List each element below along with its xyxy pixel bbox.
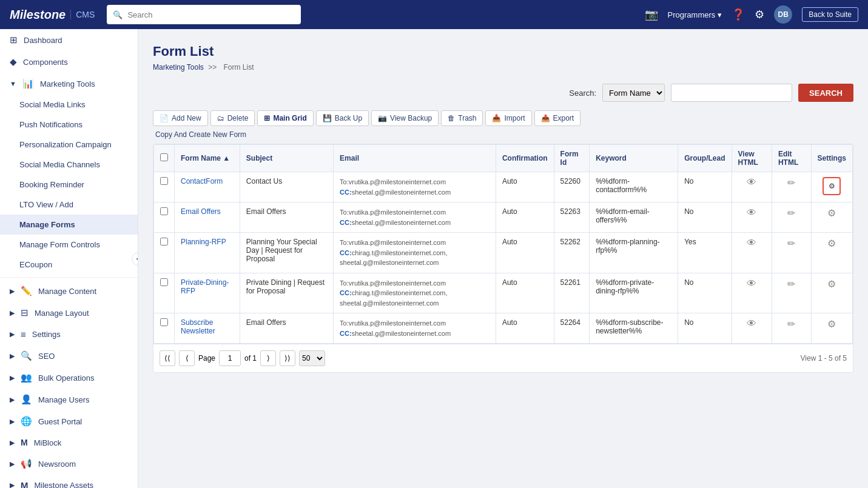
form-name-link[interactable]: Email Offers [181,207,221,216]
edit-html-cell: ✏ [772,233,811,273]
programmers-dropdown[interactable]: Programmers ▾ [668,10,722,19]
select-all-checkbox[interactable] [160,153,168,161]
prev-page-button[interactable]: ⟨ [179,350,195,366]
sidebar-item-manage-form-controls[interactable]: Manage Form Controls [0,235,138,255]
sidebar-item-components[interactable]: ◆ Components [0,51,138,73]
cms-label: CMS [70,10,95,19]
sidebar-item-social-media-channels[interactable]: Social Media Channels [0,155,138,175]
edit-html-button[interactable]: ✏ [787,207,795,219]
settings-button[interactable]: ⚙ [827,238,836,249]
sidebar-item-label: Dashboard [24,36,62,45]
sidebar-item-lto-view-add[interactable]: LTO View / Add [0,195,138,215]
sidebar-item-label: Manage Form Controls [19,240,100,249]
sidebar-item-seo[interactable]: ▶ 🔍 SEO [0,345,138,367]
sidebar-item-push-notifications[interactable]: Push Notifications [0,115,138,135]
edit-html-button[interactable]: ✏ [787,177,795,189]
settings-button[interactable]: ⚙ [827,207,836,219]
help-icon[interactable]: ❓ [732,8,745,21]
edit-html-button[interactable]: ✏ [787,238,795,249]
view-backup-icon: 📷 [378,114,387,122]
camera-icon[interactable]: 📷 [645,8,658,21]
trash-button[interactable]: 🗑 Trash [441,110,483,126]
sidebar-item-ecoupon[interactable]: ECoupon [0,255,138,275]
breadcrumb-home-link[interactable]: Marketing Tools [153,63,204,72]
form-name-link[interactable]: Subscribe Newsletter [181,318,215,335]
sidebar-item-manage-layout[interactable]: ▶ ⊟ Manage Layout [0,302,138,324]
settings-button[interactable]: ⚙ [827,318,836,330]
row-checkbox[interactable] [160,207,168,215]
expand-right-icon: ▶ [10,481,15,488]
table-row: Planning-RFP Planning Your Special Day |… [154,233,853,273]
page-number-input[interactable] [219,350,241,366]
sidebar-item-newsroom[interactable]: ▶ 📢 Newsroom [0,453,138,475]
view-html-button[interactable]: 👁 [747,177,756,188]
first-page-button[interactable]: ⟨⟨ [160,350,175,366]
row-checkbox[interactable] [160,278,168,286]
sidebar-item-milestone-assets[interactable]: ▶ M Milestone Assets [0,475,138,488]
settings-icon[interactable]: ⚙ [755,8,764,21]
expand-right-icon: ▶ [10,439,15,447]
settings-cell: ⚙ [811,273,852,313]
sidebar-item-bulk-operations[interactable]: ▶ 👥 Bulk Operations [0,367,138,389]
sidebar-item-dashboard[interactable]: ⊞ Dashboard [0,29,138,51]
delete-button[interactable]: 🗂 Delete [210,110,255,126]
view-backup-button[interactable]: 📷 View Backup [371,110,439,126]
view-html-button[interactable]: 👁 [747,318,756,329]
row-checkbox-cell [154,172,175,202]
sidebar-item-marketing-tools[interactable]: ▼ 📊 Marketing Tools [0,73,138,95]
row-checkbox[interactable] [160,318,168,326]
sidebar-item-manage-content[interactable]: ▶ ✏️ Manage Content [0,280,138,302]
breadcrumb: Marketing Tools >> Form List [153,63,853,72]
sidebar-item-social-media-links[interactable]: Social Media Links [0,95,138,115]
view-html-button[interactable]: 👁 [747,278,756,289]
subject-cell: Email Offers [240,313,333,344]
last-page-button[interactable]: ⟩⟩ [280,350,295,366]
import-button[interactable]: 📥 Import [485,110,531,126]
sidebar-item-label: Booking Reminder [19,180,84,189]
sidebar-item-manage-users[interactable]: ▶ 👤 Manage Users [0,389,138,410]
logo-text: Milestone [10,8,66,22]
main-grid-button[interactable]: ⊞ Main Grid [257,110,313,126]
expand-icon: ▼ [10,80,16,87]
edit-html-button[interactable]: ✏ [787,318,795,330]
sidebar-item-label: LTO View / Add [19,200,73,209]
form-name-link[interactable]: Planning-RFP [181,238,226,246]
sidebar-item-label: Guest Portal [38,417,82,426]
export-button[interactable]: 📤 Export [534,110,581,126]
view-html-cell: 👁 [732,273,772,313]
search-input[interactable] [671,84,792,102]
dashboard-icon: ⊞ [10,35,18,45]
settings-button[interactable]: ⚙ [827,278,836,290]
sidebar-item-settings[interactable]: ▶ ≡ Settings [0,324,138,345]
group-lead-cell: No [678,273,732,313]
form-table-wrapper: Form Name ▲ Subject Email Confirmation F… [153,144,853,373]
view-html-button[interactable]: 👁 [747,207,756,218]
sidebar-item-booking-reminder[interactable]: Booking Reminder [0,175,138,195]
settings-highlighted-button[interactable]: ⚙ [823,177,841,195]
search-button[interactable]: SEARCH [798,84,853,102]
edit-html-button[interactable]: ✏ [787,278,795,290]
row-checkbox[interactable] [160,238,168,246]
sidebar-item-miblock[interactable]: ▶ M MiBlock [0,432,138,453]
next-page-button[interactable]: ⟩ [260,350,276,366]
sidebar-item-guest-portal[interactable]: ▶ 🌐 Guest Portal [0,410,138,432]
settings-cell: ⚙ [811,172,852,202]
keyword-cell: %%dform-email-offers%% [590,202,678,233]
sidebar-item-personalization-campaign[interactable]: Personalization Campaign [0,135,138,155]
avatar[interactable]: DB [774,5,792,24]
form-name-link[interactable]: Private-Dining-RFP [181,278,229,295]
settings-sidebar-icon: ≡ [21,329,26,339]
topnav-search-box[interactable]: 🔍 [107,5,301,24]
back-to-suite-button[interactable]: Back to Suite [802,7,858,22]
per-page-select[interactable]: 50 25 100 [299,350,325,366]
back-up-button[interactable]: 💾 Back Up [316,110,369,126]
search-type-select[interactable]: Form Name Subject Email [602,84,665,102]
form-name-link[interactable]: ContactForm [181,177,223,186]
topnav-search-input[interactable] [127,10,295,19]
subject-cell: Email Offers [240,202,333,233]
add-new-button[interactable]: 📄 Add New [153,110,208,126]
view-html-button[interactable]: 👁 [747,238,756,249]
col-checkbox [154,145,175,172]
sidebar-item-manage-forms[interactable]: Manage Forms [0,215,138,235]
row-checkbox[interactable] [160,177,168,185]
